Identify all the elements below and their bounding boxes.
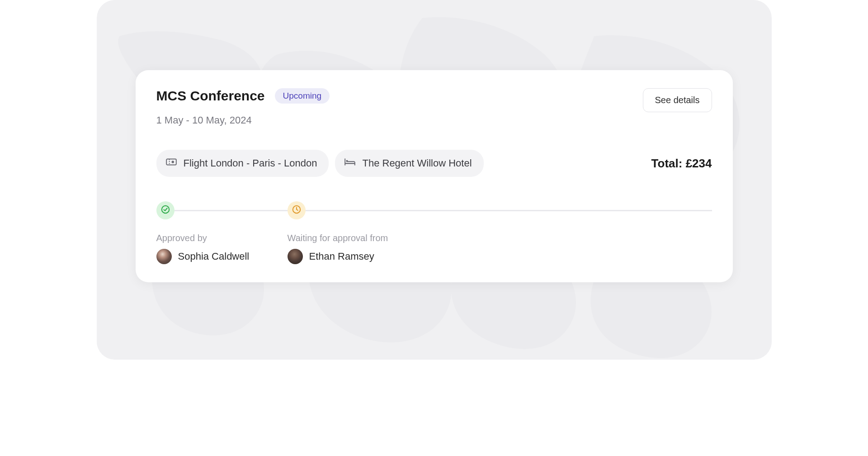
avatar xyxy=(156,249,172,264)
trip-dates: 1 May - 10 May, 2024 xyxy=(156,114,330,126)
clock-icon xyxy=(292,204,302,216)
progress-bar xyxy=(156,201,712,219)
card-header: MCS Conference Upcoming 1 May - 10 May, … xyxy=(156,88,712,126)
trip-title: MCS Conference xyxy=(156,88,265,104)
see-details-button[interactable]: See details xyxy=(643,88,712,112)
trip-summary-row: Flight London - Paris - London The Regen… xyxy=(156,150,712,177)
progress-segment-remaining xyxy=(306,210,712,211)
trip-chips: Flight London - Paris - London The Regen… xyxy=(156,150,484,177)
trip-card: MCS Conference Upcoming 1 May - 10 May, … xyxy=(136,70,733,282)
approvers-row: Approved by Sophia Caldwell Waiting for … xyxy=(156,233,712,264)
avatar xyxy=(288,249,303,264)
progress-segment xyxy=(175,210,288,211)
svg-rect-0 xyxy=(166,159,176,165)
flight-chip-label: Flight London - Paris - London xyxy=(184,157,317,169)
page-container: MCS Conference Upcoming 1 May - 10 May, … xyxy=(97,0,772,360)
trip-total: Total: £234 xyxy=(651,157,712,171)
approver-label: Approved by xyxy=(156,233,288,243)
approver-name: Ethan Ramsey xyxy=(309,251,374,262)
approved-step xyxy=(156,201,175,219)
svg-point-3 xyxy=(161,206,169,214)
pending-step xyxy=(288,201,306,219)
approver-pending: Waiting for approval from Ethan Ramsey xyxy=(288,233,419,264)
approval-progress: Approved by Sophia Caldwell Waiting for … xyxy=(156,201,712,264)
ticket-icon xyxy=(165,156,177,171)
check-circle-icon xyxy=(160,204,170,216)
approver-label: Waiting for approval from xyxy=(288,233,419,243)
svg-point-2 xyxy=(346,160,348,162)
approver-approved: Approved by Sophia Caldwell xyxy=(156,233,288,264)
flight-chip[interactable]: Flight London - Paris - London xyxy=(156,150,329,177)
svg-point-1 xyxy=(171,161,174,163)
hotel-chip-label: The Regent Willow Hotel xyxy=(362,157,472,169)
status-badge: Upcoming xyxy=(275,88,330,104)
approver-name: Sophia Caldwell xyxy=(178,251,250,262)
bed-icon xyxy=(344,156,356,171)
hotel-chip[interactable]: The Regent Willow Hotel xyxy=(335,150,483,177)
